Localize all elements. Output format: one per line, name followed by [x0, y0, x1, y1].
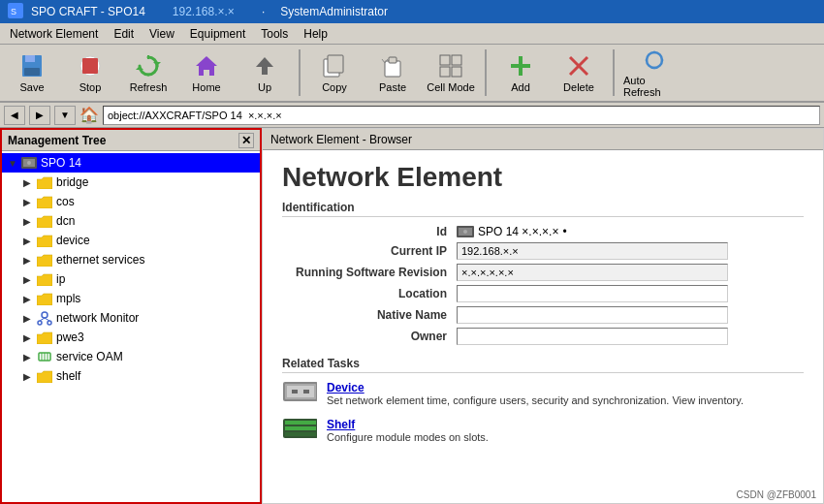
field-label-native-name: Native Name [282, 308, 457, 322]
save-button[interactable]: Save [4, 47, 60, 98]
title-bar: S SPO CRAFT - SPO14 192.168.×.× · System… [0, 0, 824, 23]
tree-title: Management Tree [8, 134, 106, 147]
tree-toggle-device[interactable]: ▶ [23, 236, 35, 246]
shelf-task-title[interactable]: Shelf [327, 418, 804, 431]
tree-close-button[interactable]: ✕ [238, 133, 254, 148]
tree-toggle-dcn[interactable]: ▶ [23, 216, 35, 227]
svg-rect-41 [287, 386, 314, 397]
folder-icon-shelf [37, 368, 52, 384]
folder-icon-dcn [37, 213, 52, 229]
cell-mode-icon [437, 52, 464, 79]
tree-label-dcn: dcn [56, 214, 75, 228]
tree-item-ip[interactable]: ▶ ip [2, 269, 260, 289]
home-button[interactable]: Home [178, 47, 235, 98]
tree-toggle-network-monitor[interactable]: ▶ [23, 313, 35, 324]
tree-toggle-bridge[interactable]: ▶ [23, 177, 35, 188]
tree-item-cos[interactable]: ▶ cos [2, 192, 260, 211]
menu-bar: Network Element Edit View Equipment Tool… [0, 23, 824, 45]
forward-button[interactable]: ▶ [29, 106, 50, 125]
svg-rect-47 [285, 432, 316, 436]
field-row-current-ip: Current IP 192.168.×.× [282, 242, 804, 260]
field-value-current-ip: 192.168.×.× [457, 242, 728, 260]
tree-item-dcn[interactable]: ▶ dcn [2, 211, 260, 231]
browser-header: Network Element - Browser [263, 129, 823, 150]
tree-item-spo14[interactable]: ▼ SPO 14 [2, 153, 260, 173]
device-task-item: Device Set network element time, configu… [282, 381, 804, 406]
svg-point-28 [38, 321, 42, 325]
tree-item-network-monitor[interactable]: ▶ network Monitor [2, 308, 260, 328]
field-input-owner[interactable] [457, 328, 728, 345]
stop-icon [77, 52, 104, 79]
tree-toggle-mpls[interactable]: ▶ [23, 294, 35, 304]
tree-item-ethernet-services[interactable]: ▶ ethernet services [2, 250, 260, 269]
tree-toggle-spo14[interactable]: ▼ [8, 158, 19, 169]
tree-toggle-ip[interactable]: ▶ [23, 274, 35, 285]
tree-toggle-service-oam[interactable]: ▶ [23, 352, 35, 362]
tree-item-device[interactable]: ▶ device [2, 231, 260, 250]
tree-toggle-pwe3[interactable]: ▶ [23, 332, 35, 343]
field-label-location: Location [282, 287, 457, 300]
field-input-native-name[interactable] [457, 306, 728, 324]
refresh-icon [135, 52, 162, 79]
folder-icon-pwe3 [37, 330, 52, 345]
menu-edit[interactable]: Edit [108, 25, 140, 43]
add-button[interactable]: Add [492, 47, 549, 98]
svg-rect-43 [303, 390, 309, 394]
shelf-task-icon [282, 418, 317, 439]
ne-title: Network Element [282, 162, 804, 193]
device-task-title[interactable]: Device [327, 381, 804, 394]
back-button[interactable]: ◀ [4, 106, 25, 125]
tree-item-bridge[interactable]: ▶ bridge [2, 173, 260, 192]
shelf-task-desc: Configure module modes on slots. [327, 431, 804, 443]
address-input[interactable]: object://AXXCRAFT/SPO 14 ×.×.×.× [103, 106, 820, 125]
paste-icon [379, 52, 406, 79]
folder-icon-ip [37, 271, 52, 287]
cell-mode-button[interactable]: Cell Mode [423, 47, 479, 98]
field-value-software: ×.×.×.×.×.× [457, 264, 728, 281]
title-sep: · [262, 5, 265, 18]
tree-header: Management Tree ✕ [2, 130, 260, 151]
tree-toggle-cos[interactable]: ▶ [23, 197, 35, 207]
tree-label-shelf: shelf [56, 369, 80, 383]
title-text: SPO CRAFT - SPO14 [31, 5, 145, 18]
up-button[interactable]: Up [237, 47, 293, 98]
tree-label-network-monitor: network Monitor [56, 311, 139, 325]
svg-rect-46 [285, 426, 316, 430]
tree-item-mpls[interactable]: ▶ mpls [2, 289, 260, 308]
svg-rect-3 [25, 55, 35, 62]
dropdown-button[interactable]: ▼ [54, 106, 76, 125]
stop-button[interactable]: Stop [62, 47, 118, 98]
auto-refresh-button[interactable]: Auto Refresh [620, 47, 688, 98]
svg-rect-6 [82, 58, 98, 74]
field-label-software: Running Software Revision [282, 266, 457, 279]
menu-view[interactable]: View [143, 25, 180, 43]
folder-icon-ethernet [37, 252, 52, 268]
save-icon [18, 52, 46, 79]
svg-line-30 [40, 318, 45, 321]
menu-equipment[interactable]: Equipment [184, 25, 251, 43]
folder-icon-cos [37, 194, 52, 209]
svg-marker-9 [196, 56, 217, 76]
paste-button[interactable]: Paste [364, 47, 421, 98]
svg-line-31 [45, 318, 49, 321]
folder-icon-device [37, 233, 52, 248]
svg-point-29 [48, 321, 51, 325]
field-input-location[interactable] [457, 285, 728, 302]
field-row-software: Running Software Revision ×.×.×.×.×.× [282, 264, 804, 281]
menu-tools[interactable]: Tools [255, 25, 294, 43]
toolbar-sep-3 [613, 49, 615, 96]
tree-item-service-oam[interactable]: ▶ service OAM [2, 347, 260, 366]
management-tree-panel: Management Tree ✕ ▼ SPO 14 ▶ bridge [0, 128, 262, 504]
menu-network-element[interactable]: Network Element [4, 25, 104, 43]
delete-button[interactable]: Delete [551, 47, 607, 98]
tree-toggle-ethernet[interactable]: ▶ [23, 255, 35, 266]
copy-button[interactable]: Copy [306, 47, 363, 98]
toolbar-sep-2 [485, 49, 487, 96]
address-bar: ◀ ▶ ▼ 🏠 object://AXXCRAFT/SPO 14 ×.×.×.× [0, 103, 824, 128]
menu-help[interactable]: Help [298, 25, 333, 43]
tree-toggle-shelf[interactable]: ▶ [23, 371, 35, 382]
svg-rect-21 [511, 64, 530, 68]
tree-item-pwe3[interactable]: ▶ pwe3 [2, 328, 260, 347]
tree-item-shelf[interactable]: ▶ shelf [2, 366, 260, 386]
refresh-button[interactable]: Refresh [120, 47, 176, 98]
